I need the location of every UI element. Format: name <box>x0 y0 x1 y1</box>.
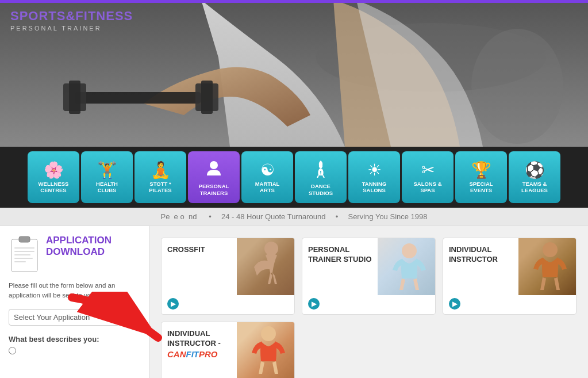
instructor-person-svg <box>518 238 576 293</box>
crossfit-play-btn[interactable]: ▶ <box>167 298 179 310</box>
app-cards-grid: CROSSFIT ▶ <box>161 238 577 378</box>
svg-rect-5 <box>69 81 80 114</box>
svg-point-22 <box>543 242 558 257</box>
sidebar-text-area: APPLICATIONDOWNLOAD <box>46 235 140 258</box>
dance-label: DANCESTUDIOS <box>309 183 333 196</box>
crossfit-card-inner: CROSSFIT <box>162 238 294 295</box>
wellness-icon: 🌸 <box>44 162 64 178</box>
sidebar: APPLICATIONDOWNLOAD Please fill out the … <box>0 226 149 378</box>
select-wrapper[interactable]: Select Your Application CrossFit Persona… <box>9 309 133 326</box>
health-label: HEALTHCLUBS <box>96 181 118 194</box>
clipboard-icon-area <box>9 235 40 276</box>
arrow-container: Select Your Application CrossFit Persona… <box>9 309 140 326</box>
teams-icon: ⚽ <box>525 162 545 178</box>
main-content: APPLICATIONDOWNLOAD Please fill out the … <box>0 226 588 378</box>
svg-rect-14 <box>14 247 34 249</box>
sidebar-title: APPLICATIONDOWNLOAD <box>46 235 140 258</box>
nav-item-wellness[interactable]: 🌸 WELLNESSCENTRES <box>28 151 79 203</box>
radio-option[interactable] <box>9 347 16 354</box>
svg-line-9 <box>317 175 318 178</box>
separator-2: • <box>336 212 339 221</box>
crossfit-card[interactable]: CROSSFIT ▶ <box>161 238 295 315</box>
martial-label: MARTIALARTS <box>255 181 280 194</box>
crossfit-image <box>237 238 294 295</box>
canfitpro-card[interactable]: INDIVIDUALINSTRUCTOR - canfitpro <box>161 322 295 378</box>
trainer-card-inner: PERSONALTRAINER STUDIO <box>302 238 435 295</box>
nav-item-tanning[interactable]: ☀ TANNINGSALONS <box>348 151 400 203</box>
nav-item-special[interactable]: 🏆 SPECIALEVENTS <box>455 151 507 203</box>
clipboard-svg <box>9 235 40 274</box>
crossfit-person-svg <box>237 238 294 293</box>
svg-rect-17 <box>14 258 33 259</box>
personal-icon <box>205 159 223 181</box>
logo-area: Sports&Fitness PERSONAL TRAINER <box>10 9 133 32</box>
dance-icon <box>313 159 329 181</box>
trainer-footer: ▶ <box>302 295 435 314</box>
brand-ampersand: & <box>66 9 75 23</box>
brand-name: Sports&Fitness <box>10 9 133 24</box>
health-icon: 🏋 <box>97 162 117 178</box>
instructor-title: INDIVIDUALINSTRUCTOR <box>443 238 518 295</box>
application-select[interactable]: Select Your Application CrossFit Persona… <box>9 309 120 326</box>
nav-item-salons[interactable]: ✂ SALONS &SPAS <box>402 151 454 203</box>
content-area: CROSSFIT ▶ <box>149 226 588 378</box>
martial-icon: ☯ <box>260 162 275 178</box>
salons-label: SALONS &SPAS <box>413 181 441 194</box>
canfit-person-svg <box>237 322 294 377</box>
canfit-card-inner: INDIVIDUALINSTRUCTOR - canfitpro <box>162 322 294 378</box>
svg-rect-3 <box>75 92 201 104</box>
trainer-person-svg <box>378 238 435 293</box>
nav-item-teams[interactable]: ⚽ TEAMS &LEAGUES <box>509 151 560 203</box>
svg-rect-13 <box>19 236 30 242</box>
svg-rect-16 <box>14 254 30 255</box>
info-bar-text: Pe e o nd <box>160 212 201 221</box>
brand-fitness: Fitness <box>75 9 133 23</box>
svg-point-2 <box>471 29 563 144</box>
svg-point-8 <box>210 161 218 169</box>
trainer-title: PERSONALTRAINER STUDIO <box>302 238 378 295</box>
canfit-image <box>237 322 294 378</box>
svg-rect-18 <box>14 261 26 262</box>
nav-bar: 🌸 WELLNESSCENTRES 🏋 HEALTHCLUBS 🧘 STOTT … <box>0 147 588 208</box>
canfit-fit: fit <box>186 349 199 359</box>
stott-icon: 🧘 <box>151 162 171 178</box>
personal-trainer-studio-card[interactable]: PERSONALTRAINER STUDIO ▶ <box>302 238 436 315</box>
tanning-label: TANNINGSALONS <box>362 181 387 194</box>
stott-label: STOTT *PILATES <box>149 181 171 194</box>
nav-item-dance[interactable]: DANCESTUDIOS <box>295 151 347 203</box>
salons-icon: ✂ <box>421 162 435 178</box>
trainer-image <box>378 238 435 295</box>
instructor-footer: ▶ <box>443 295 576 314</box>
nav-item-health[interactable]: 🏋 HEALTHCLUBS <box>81 151 133 203</box>
svg-rect-7 <box>201 81 213 114</box>
select-row: Select Your Application CrossFit Persona… <box>9 309 140 326</box>
teams-label: TEAMS &LEAGUES <box>521 181 548 194</box>
radio-row <box>9 347 140 354</box>
canfitpro-logo: canfitpro <box>167 349 218 359</box>
nav-item-personal[interactable]: PERSONALTRAINERS <box>188 151 240 203</box>
nav-item-stott[interactable]: 🧘 STOTT *PILATES <box>134 151 186 203</box>
crossfit-footer: ▶ <box>162 295 294 314</box>
tanning-icon: ☀ <box>367 162 382 178</box>
special-label: SPECIALEVENTS <box>469 181 493 194</box>
special-icon: 🏆 <box>471 162 491 178</box>
personal-label: PERSONALTRAINERS <box>199 183 229 196</box>
nav-item-martial[interactable]: ☯ MARTIALARTS <box>241 151 293 203</box>
brand-sports: Sports <box>10 9 66 23</box>
crossfit-title: CROSSFIT <box>162 238 237 295</box>
instructor-image <box>518 238 576 295</box>
select-label: Select Your Application CrossFit Persona… <box>9 309 140 326</box>
logo-subtitle: PERSONAL TRAINER <box>10 25 133 32</box>
quote-turnaround: 24 - 48 Hour Quote Turnaround <box>219 212 328 221</box>
header-section: Sports&Fitness PERSONAL TRAINER <box>0 0 588 147</box>
instructor-card-inner: INDIVIDUALINSTRUCTOR <box>443 238 576 295</box>
trainer-play-btn[interactable]: ▶ <box>308 298 320 310</box>
sidebar-description: Please fill out the form below and an ap… <box>9 281 140 301</box>
instructor-play-btn[interactable]: ▶ <box>449 298 460 310</box>
info-bar: Pe e o nd • 24 - 48 Hour Quote Turnaroun… <box>0 208 588 226</box>
required-star: * <box>136 311 140 323</box>
svg-point-21 <box>402 243 417 258</box>
individual-instructor-card[interactable]: INDIVIDUALINSTRUCTOR ▶ <box>443 238 577 315</box>
svg-point-23 <box>261 326 276 341</box>
svg-rect-15 <box>14 251 34 252</box>
